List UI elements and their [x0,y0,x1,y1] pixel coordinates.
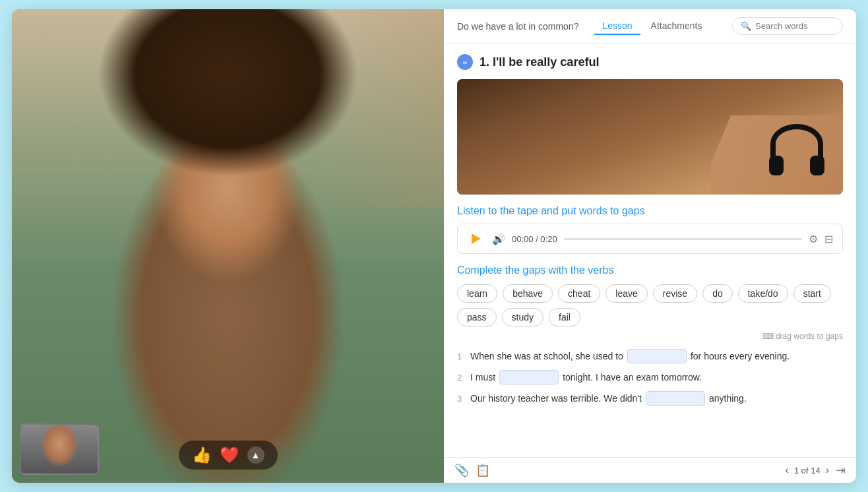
word-chip-pass[interactable]: pass [457,308,497,326]
word-chip-learn[interactable]: learn [457,284,497,303]
sentence-text-1-before: When she was at school, she used to [470,351,623,361]
tab-attachments[interactable]: Attachments [643,18,710,35]
complete-gaps-title: Complete the gaps with the verbs [457,264,843,276]
exit-icon[interactable]: ⇥ [836,463,846,477]
thumbs-up-button[interactable]: 👍 [192,446,212,464]
time-display: 00:00 / 0:20 [512,234,557,244]
word-chip-cheat[interactable]: cheat [558,284,600,303]
headphone-arc [770,124,823,164]
sentence-num-3: 3 [457,394,466,404]
sentence-row-1: 1 When she was at school, she used to fo… [457,349,843,363]
play-button[interactable] [467,230,485,248]
drag-hint: ⌨ drag words to gaps [457,332,843,341]
section-icon: ∞ [457,54,473,70]
sentence-text-2-before: I must [470,372,495,383]
gap-box-2[interactable] [499,370,559,384]
tab-lesson[interactable]: Lesson [594,18,640,35]
listen-instruction: Listen to the tape and put words to gaps [457,205,843,217]
volume-icon[interactable]: 🔊 [492,233,505,245]
headphone-illustration [770,124,823,164]
sentence-num-2: 2 [457,373,466,383]
audio-player[interactable]: 🔊 00:00 / 0:20 ⚙ ⊟ [457,224,843,254]
fullscreen-icon[interactable]: ⊟ [824,233,833,245]
sentence-text-3-before: Our history teacher was terrible. We did… [470,393,642,404]
heart-button[interactable]: ❤️ [220,446,239,464]
content-body: ∞ 1. I'll be really careful Listen t [444,44,856,457]
search-box[interactable]: 🔍 [732,17,843,35]
search-icon: 🔍 [741,21,751,31]
sentence-text-2-after: tonight. I have an exam tomorrow. [563,372,702,383]
page-indicator: 1 of 14 [794,466,821,476]
pagination: ‹ 1 of 14 › [786,464,829,476]
next-page-button[interactable]: › [826,464,829,476]
thumbnail-person [21,425,98,474]
headphone-ear-left [769,156,784,175]
gap-sentences: 1 When she was at school, she used to fo… [457,349,843,406]
word-chip-revise[interactable]: revise [653,284,697,303]
settings-icon[interactable]: ⚙ [809,233,818,245]
prev-page-button[interactable]: ‹ [786,464,789,476]
video-background [12,9,444,483]
word-chip-leave[interactable]: leave [605,284,647,303]
infinity-icon: ∞ [462,59,467,66]
tabs-container: Lesson Attachments [594,18,710,35]
section-header: ∞ 1. I'll be really careful [457,54,843,70]
video-panel: 👍 ❤️ ▲ [12,9,444,483]
sentence-text-1-after: for hours every evening. [691,351,790,361]
sentence-text-3-after: anything. [709,393,747,404]
word-chip-start[interactable]: start [793,284,831,303]
content-panel: Do we have a lot in common? Lesson Attac… [444,9,856,483]
word-chip-do[interactable]: do [702,284,733,303]
top-bar: Do we have a lot in common? Lesson Attac… [444,9,856,44]
word-chip-study[interactable]: study [502,308,543,326]
participant-thumbnail [20,423,99,475]
sentence-row-2: 2 I must tonight. I have an exam tomorro… [457,370,843,384]
sentence-num-1: 1 [457,352,466,361]
word-chip-fail[interactable]: fail [549,308,580,326]
lesson-image [457,79,843,195]
gap-box-1[interactable] [627,349,687,363]
search-input[interactable] [755,21,834,31]
section-title: 1. I'll be really careful [480,55,599,69]
attachment-icon[interactable]: 📎 [454,463,469,477]
play-icon [472,233,481,244]
reaction-bar: 👍 ❤️ ▲ [179,441,278,470]
bookshelf-background [312,9,444,207]
progress-bar[interactable] [564,238,802,240]
chevron-up-icon: ▲ [251,450,261,460]
more-reactions-button[interactable]: ▲ [247,446,264,464]
word-chip-take-do[interactable]: take/do [738,284,788,303]
bottom-bar: 📎 📋 ‹ 1 of 14 › ⇥ [444,457,856,483]
word-chips-container: learn behave cheat leave revise do take/… [457,284,843,326]
notes-icon[interactable]: 📋 [476,463,490,477]
main-container: 👍 ❤️ ▲ Do we have a lot in common? Lesso… [12,9,856,483]
headphone-ear-right [810,156,824,175]
gap-box-3[interactable] [646,391,705,406]
word-chip-behave[interactable]: behave [503,284,553,303]
sentence-row-3: 3 Our history teacher was terrible. We d… [457,391,843,406]
lesson-topic-label: Do we have a lot in common? [457,21,578,32]
